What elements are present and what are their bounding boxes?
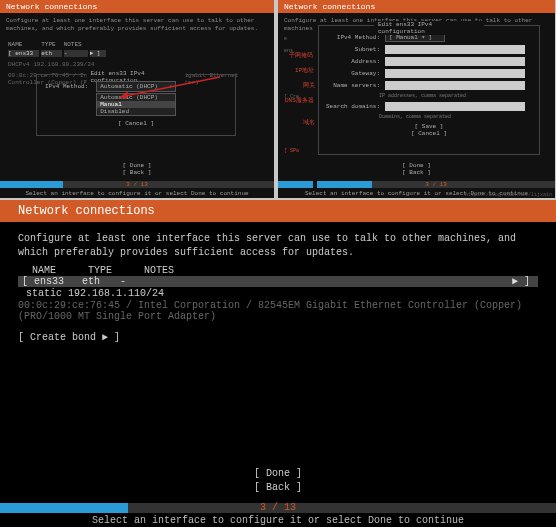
svg-marker-1 [120,91,128,99]
table-header: NAME TYPE NOTES [0,265,556,276]
footer-buttons: [ Done ] [ Back ] [0,467,556,495]
address-label: Address: [325,58,380,65]
svg-line-0 [120,77,220,97]
gateway-label: Gateway: [325,70,380,77]
footer-buttons: [ Done ] [ Back ] [278,162,555,176]
description-text: Configure at least one interface this se… [0,13,274,37]
progress-bar: 3 / 13 [317,181,555,188]
watermark: https://blog.csdn.net/lijxain [465,192,552,198]
title-bar: Network connections [0,200,556,222]
cancel-button[interactable]: [ Cancel ] [319,130,539,137]
address-label-cn: IP地址 [295,66,314,75]
interface-row[interactable]: [ ens33 eth - ► ] [8,50,106,57]
ip-line: DHCPv4 192.168.80.239/24 [8,61,268,68]
search-domains-label: Search domains: [325,103,380,110]
description-text: Configure at least one interface this se… [0,222,556,265]
dialog-title: Edit ens33 IPv4 configuration [374,21,484,35]
col-name: NAME [32,265,82,276]
progress-text: 3 / 13 [0,181,274,188]
back-button[interactable]: [ Back ] [278,169,555,176]
nameservers-label-cn: DNS服务器 [285,96,314,105]
ipv4-config-dialog: Edit ens33 IPv4 configuration IPv4 Metho… [318,25,540,155]
ipv4-method-label: IPv4 Method: [325,34,380,41]
nameservers-placeholder: IP addresses, comma separated [379,93,539,99]
back-button[interactable]: [ Back ] [0,169,274,176]
col-notes: NOTES [64,41,88,48]
done-button[interactable]: [ Done ] [0,162,274,169]
progress-bar: 3 / 13 [0,503,556,513]
title-bar: Network connections [278,0,555,13]
progress-bar: 3 / 13 [0,181,274,188]
panel-bottom: Network connections Configure at least o… [0,200,556,527]
done-button[interactable]: [ Done ] [0,467,556,481]
panel-top-left: Network connections Configure at least o… [0,0,274,198]
progress-text: 3 / 13 [317,181,555,188]
create-bond-button[interactable]: [ Create bond ► ] [18,332,538,343]
back-button[interactable]: [ Back ] [0,481,556,495]
search-domains-placeholder: Domains, comma separated [379,114,539,120]
gateway-input[interactable] [385,69,525,78]
address-input[interactable] [385,57,525,66]
side-label: [ SPa [284,148,299,154]
annotation-arrow [120,75,230,115]
gateway-label-cn: 网关 [303,81,315,90]
col-notes: NOTES [144,265,194,276]
ip-line: static 192.168.1.110/24 [18,288,538,299]
subnet-label: Subnet: [325,46,380,53]
nameservers-label: Name servers: [325,82,380,89]
subnet-input[interactable] [385,45,525,54]
cancel-button[interactable]: [ Cancel ] [37,120,235,127]
chevron-right-icon: ► [90,50,94,57]
interface-row[interactable]: [ ens33 eth - ► ] [18,276,538,287]
mac-line: 00:0c:29:ce:76:45 / Intel Corporation / … [18,300,538,322]
subnet-label-cn: 子网掩码 [289,51,313,60]
nameservers-input[interactable] [385,81,525,90]
footer-msg: Select an interface to configure it or s… [0,515,556,526]
panel-top-right: Network connections Configure at least o… [278,0,555,198]
search-domains-label-cn: 域名 [303,118,315,127]
progress-text: 3 / 13 [0,502,556,513]
footer-buttons: [ Done ] [ Back ] [0,162,274,176]
search-domains-input[interactable] [385,102,525,111]
col-name: NAME [8,41,39,48]
footer-msg: Select an interface to configure it or s… [0,190,274,197]
done-button[interactable]: [ Done ] [278,162,555,169]
title-bar: Network connections [0,0,274,13]
chevron-right-icon: ► ] [512,276,530,287]
side-label: e [284,36,299,42]
interface-table: NAME TYPE NOTES [ ens33 eth - ► ] [6,39,108,59]
save-button[interactable]: [ Save ] [319,123,539,130]
col-type: TYPE [41,41,61,48]
col-type: TYPE [88,265,138,276]
ipv4-method-label: IPv4 Method: [45,83,88,90]
